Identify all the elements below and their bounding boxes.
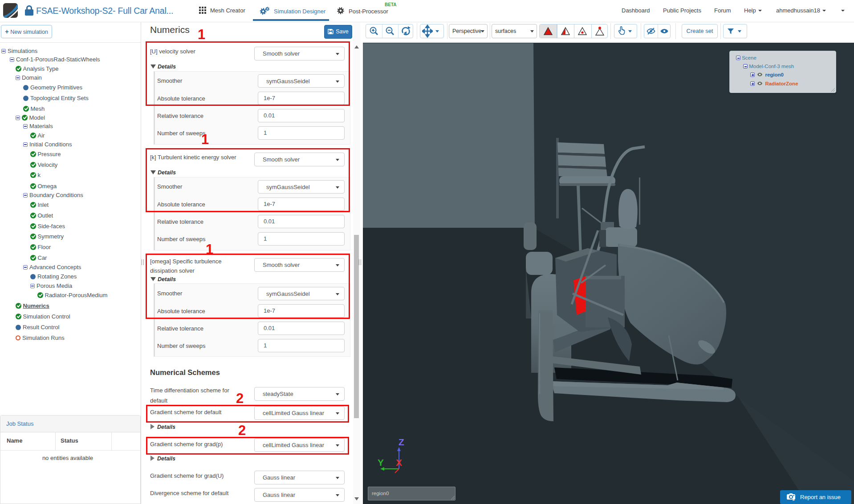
svg-text:Z: Z xyxy=(399,437,404,447)
svg-text:X: X xyxy=(396,457,402,468)
svg-text:Y: Y xyxy=(378,457,384,468)
